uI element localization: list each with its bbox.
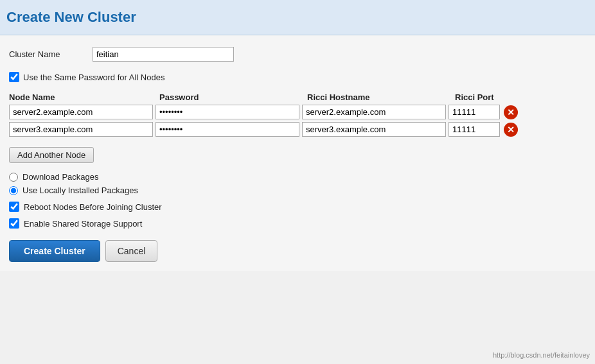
create-cluster-button[interactable]: Create Cluster	[9, 240, 100, 262]
col-header-ricci-port: Ricci Port	[452, 92, 510, 102]
reboot-row: Reboot Nodes Before Joining Cluster	[9, 202, 586, 212]
download-packages-radio[interactable]	[9, 173, 18, 182]
bottom-buttons: Create Cluster Cancel	[9, 240, 586, 262]
shared-storage-row: Enable Shared Storage Support	[9, 218, 586, 229]
cluster-name-label: Cluster Name	[9, 49, 93, 59]
package-options-group: Download Packages Use Locally Installed …	[9, 172, 586, 195]
ricci-hostname-input-1[interactable]	[302, 105, 446, 119]
local-packages-radio[interactable]	[9, 186, 18, 195]
form-content: Cluster Name Use the Same Password for A…	[0, 35, 595, 271]
col-header-ricci-hostname: Ricci Hostname	[305, 92, 452, 102]
cluster-name-input[interactable]	[93, 47, 234, 62]
download-packages-row: Download Packages	[9, 172, 586, 182]
nodes-table-section: Node Name Password Ricci Hostname Ricci …	[9, 92, 586, 137]
remove-node-button-1[interactable]: ✕	[504, 105, 518, 119]
same-password-label: Use the Same Password for All Nodes	[23, 73, 164, 82]
page-header: Create New Cluster	[0, 0, 595, 35]
col-header-password: Password	[157, 92, 305, 102]
ricci-hostname-input-2[interactable]	[302, 122, 446, 137]
local-packages-label: Use Locally Installed Packages	[22, 186, 138, 195]
download-packages-label: Download Packages	[22, 172, 99, 182]
shared-storage-checkbox[interactable]	[9, 218, 19, 229]
cluster-name-row: Cluster Name	[9, 47, 586, 62]
local-packages-row: Use Locally Installed Packages	[9, 186, 586, 195]
watermark: http://blog.csdn.net/feitainlovey	[493, 351, 590, 359]
reboot-checkbox[interactable]	[9, 202, 19, 212]
password-input-1[interactable]	[155, 105, 299, 119]
table-row: ✕	[9, 105, 586, 119]
shared-storage-label: Enable Shared Storage Support	[24, 219, 142, 229]
nodes-header-row: Node Name Password Ricci Hostname Ricci …	[9, 92, 586, 102]
password-input-2[interactable]	[155, 122, 299, 137]
cancel-button[interactable]: Cancel	[105, 240, 158, 262]
ricci-port-input-1[interactable]	[448, 105, 500, 119]
table-row: ✕	[9, 122, 586, 137]
col-header-node-name: Node Name	[9, 92, 157, 102]
same-password-checkbox[interactable]	[9, 72, 19, 82]
page-title: Create New Cluster	[6, 9, 136, 25]
remove-node-button-2[interactable]: ✕	[504, 123, 518, 137]
page-container: Create New Cluster Cluster Name Use the …	[0, 0, 595, 364]
reboot-label: Reboot Nodes Before Joining Cluster	[24, 202, 162, 212]
add-another-node-button[interactable]: Add Another Node	[9, 147, 94, 163]
same-password-row: Use the Same Password for All Nodes	[9, 72, 586, 82]
node-name-input-1[interactable]	[9, 105, 153, 119]
ricci-port-input-2[interactable]	[448, 122, 500, 137]
node-name-input-2[interactable]	[9, 122, 153, 137]
